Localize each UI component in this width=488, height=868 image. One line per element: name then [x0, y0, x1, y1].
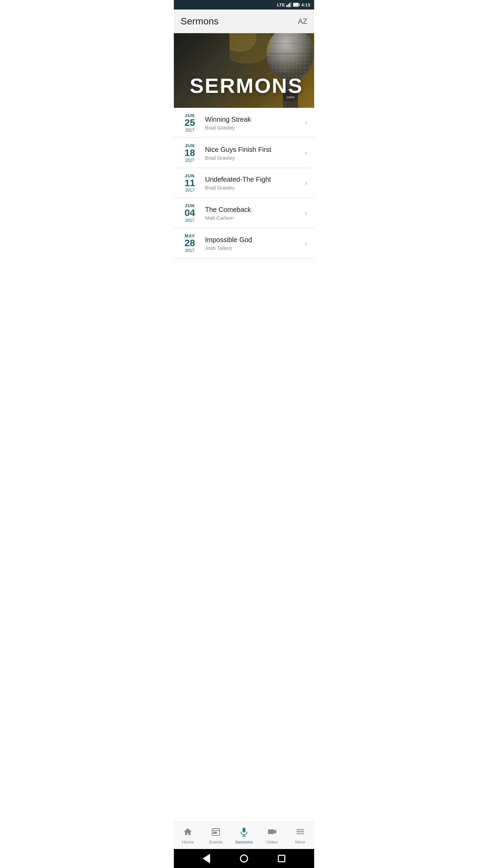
sermon-speaker: Brad Grasley: [205, 155, 302, 161]
sermon-speaker: Josh Tallent: [205, 245, 302, 251]
status-bar-icons: LTE ⚡ 4:13: [277, 2, 310, 7]
sermon-info: Undefeated-The Fight Brad Grasley: [205, 175, 302, 191]
sermon-title: Nice Guys Finish First: [205, 145, 302, 154]
sermon-date: MAY 28 2017: [181, 234, 199, 253]
sermon-title: The Comeback: [205, 205, 302, 214]
sermon-info: Nice Guys Finish First Brad Grasley: [205, 145, 302, 161]
nav-item-video[interactable]: Video: [258, 822, 286, 849]
sermons-banner: SM58 SERMONS: [174, 33, 314, 108]
battery-icon: ⚡: [293, 2, 300, 7]
nav-item-home[interactable]: Home: [174, 822, 202, 849]
recents-button[interactable]: [277, 854, 286, 863]
svg-rect-34: [268, 829, 274, 834]
chevron-right-icon: ›: [305, 209, 307, 217]
sermon-info: Winning Streak Brad Grasley: [205, 115, 302, 131]
back-button[interactable]: [202, 854, 211, 863]
sermon-item[interactable]: JUN 04 2017 The Comeback Matt Carlson ›: [174, 198, 314, 228]
nav-item-sermons[interactable]: Sermons: [230, 822, 258, 849]
sermon-title: Winning Streak: [205, 115, 302, 124]
sermon-item[interactable]: JUN 11 2017 Undefeated-The Fight Brad Gr…: [174, 168, 314, 198]
signal-icon: [286, 2, 292, 7]
nav-label-home: Home: [182, 840, 194, 845]
sermon-day: 04: [184, 208, 195, 218]
sermon-day: 18: [184, 148, 195, 158]
sermon-list: JUN 25 2017 Winning Streak Brad Grasley …: [174, 108, 314, 822]
sermon-item[interactable]: JUN 25 2017 Winning Streak Brad Grasley …: [174, 108, 314, 138]
sermon-speaker: Matt Carlson: [205, 215, 302, 221]
sermon-title: Impossible God: [205, 235, 302, 244]
nav-item-events[interactable]: Events: [202, 822, 230, 849]
svg-marker-35: [274, 830, 276, 834]
status-bar: LTE ⚡ 4:13: [174, 0, 314, 9]
svg-rect-30: [215, 832, 217, 833]
sermon-item[interactable]: MAY 28 2017 Impossible God Josh Tallent …: [174, 228, 314, 258]
page-title: Sermons: [181, 16, 219, 27]
bottom-navigation: Home Events Sermons Video More: [174, 822, 314, 849]
sermon-info: Impossible God Josh Tallent: [205, 235, 302, 251]
sermon-speaker: Brad Grasley: [205, 125, 302, 131]
video-icon: [267, 827, 277, 838]
sermon-year: 2017: [185, 128, 195, 132]
events-icon: [211, 827, 221, 838]
nav-label-sermons: Sermons: [235, 840, 253, 845]
nav-label-more: More: [295, 840, 305, 845]
nav-label-video: Video: [266, 840, 278, 845]
svg-rect-3: [290, 2, 291, 7]
sermon-month: JUN: [185, 174, 195, 178]
sermon-year: 2017: [185, 158, 195, 162]
chevron-right-icon: ›: [305, 239, 307, 247]
sermon-date: JUN 04 2017: [181, 203, 199, 222]
more-icon: [296, 827, 305, 838]
sermon-date: JUN 11 2017: [181, 174, 199, 193]
chevron-right-icon: ›: [305, 179, 307, 187]
svg-rect-31: [243, 828, 245, 832]
nav-item-more[interactable]: More: [286, 822, 314, 849]
sermon-title: Undefeated-The Fight: [205, 175, 302, 184]
nav-label-events: Events: [209, 840, 223, 845]
time-display: 4:13: [301, 2, 310, 7]
sermon-year: 2017: [185, 188, 195, 192]
sort-az-button[interactable]: AZ: [298, 17, 307, 26]
svg-rect-0: [286, 5, 287, 7]
sermon-info: The Comeback Matt Carlson: [205, 205, 302, 221]
sermon-day: 25: [184, 118, 195, 128]
sermon-year: 2017: [185, 249, 195, 253]
svg-rect-5: [299, 4, 300, 6]
home-button[interactable]: [239, 854, 249, 863]
sermon-day: 11: [184, 178, 195, 189]
sermon-day: 28: [184, 238, 195, 249]
sermon-date: JUN 25 2017: [181, 113, 199, 132]
chevron-right-icon: ›: [305, 119, 307, 126]
android-nav-bar: [174, 849, 314, 868]
banner-title: SERMONS: [185, 74, 303, 108]
sermon-speaker: Brad Grasley: [205, 185, 302, 191]
mic-icon: [239, 827, 249, 838]
svg-text:⚡: ⚡: [294, 4, 298, 7]
sermon-month: JUN: [185, 143, 195, 148]
svg-rect-2: [289, 3, 290, 7]
sermon-year: 2017: [185, 218, 195, 222]
sermon-item[interactable]: JUN 18 2017 Nice Guys Finish First Brad …: [174, 138, 314, 168]
chevron-right-icon: ›: [305, 149, 307, 157]
app-header: Sermons AZ: [174, 9, 314, 33]
svg-rect-29: [214, 832, 215, 833]
sermon-date: JUN 18 2017: [181, 143, 199, 162]
svg-rect-1: [288, 4, 289, 7]
home-icon: [183, 827, 192, 838]
lte-icon: LTE: [277, 2, 285, 7]
